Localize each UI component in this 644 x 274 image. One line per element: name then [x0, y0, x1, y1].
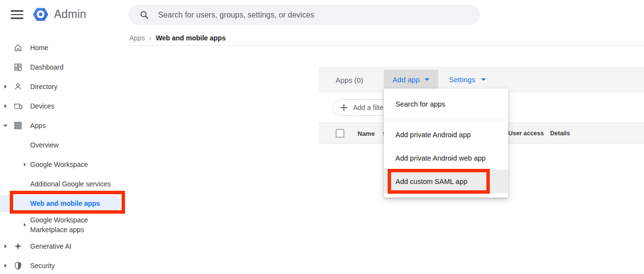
menu-item-add-custom-saml-app[interactable]: Add custom SAML app	[384, 170, 508, 193]
expand-caret-icon[interactable]	[4, 244, 7, 248]
admin-logo-icon	[32, 6, 49, 23]
sidebar-item-dashboard[interactable]: Dashboard	[0, 57, 125, 77]
search-icon	[139, 10, 149, 20]
add-app-dropdown-menu: Search for apps Add private Android app …	[384, 89, 508, 198]
sidebar-item-apps[interactable]: Apps	[0, 116, 125, 135]
sidebar-item-web-and-mobile-apps[interactable]: Web and mobile apps	[0, 194, 125, 213]
select-all-checkbox[interactable]	[336, 129, 344, 138]
search-bar[interactable]	[128, 5, 480, 25]
menu-divider	[384, 120, 508, 120]
devices-icon	[13, 101, 23, 111]
admin-logo: Admin	[32, 6, 86, 23]
sidebar-navigation: Home Dashboard Directory	[0, 38, 125, 274]
expand-caret-icon[interactable]	[4, 104, 7, 108]
menu-item-search-for-apps[interactable]: Search for apps	[384, 89, 508, 120]
expand-caret-icon[interactable]	[4, 264, 7, 268]
add-app-button[interactable]: Add app	[384, 70, 438, 90]
collapse-caret-icon[interactable]	[3, 125, 7, 127]
menu-item-add-private-android-web-app[interactable]: Add private Android web app	[384, 146, 508, 170]
sidebar-item-additional-google-services[interactable]: Additional Google services	[0, 174, 125, 194]
sparkle-icon	[13, 241, 23, 251]
apps-grid-icon	[13, 121, 23, 130]
column-header-details: Details	[550, 130, 570, 137]
sidebar-item-devices[interactable]: Devices	[0, 96, 125, 116]
dashboard-icon	[13, 62, 23, 72]
column-header-name[interactable]: Name	[358, 129, 375, 137]
sidebar-item-security[interactable]: Security	[0, 256, 125, 274]
breadcrumb: Apps › Web and mobile apps	[129, 34, 226, 42]
expand-caret-icon[interactable]	[24, 223, 26, 227]
breadcrumb-separator: ›	[149, 35, 151, 42]
sidebar-item-home[interactable]: Home	[0, 38, 125, 57]
menu-item-add-private-android-app[interactable]: Add private Android app	[384, 123, 508, 146]
product-name: Admin	[54, 8, 86, 21]
search-input[interactable]	[158, 11, 450, 19]
sidebar-item-google-workspace-marketplace-apps[interactable]: Google Workspace Marketplace apps	[0, 213, 125, 237]
sidebar-item-generative-ai[interactable]: Generative AI	[0, 237, 125, 256]
hamburger-menu-icon[interactable]	[11, 10, 23, 19]
person-icon	[13, 82, 23, 91]
sidebar-item-directory[interactable]: Directory	[0, 77, 125, 96]
expand-caret-icon[interactable]	[24, 163, 26, 166]
sidebar-item-google-workspace[interactable]: Google Workspace	[0, 155, 125, 174]
dropdown-caret-icon	[481, 78, 486, 81]
breadcrumb-apps-link[interactable]: Apps	[129, 34, 145, 42]
plus-icon	[340, 104, 347, 111]
sidebar-item-overview[interactable]: Overview	[0, 135, 125, 155]
apps-count-title: Apps (0)	[336, 75, 363, 84]
expand-caret-icon[interactable]	[4, 85, 7, 89]
column-header-user-access[interactable]: User access	[508, 130, 544, 137]
google-admin-console: Admin Apps › Web and mobile apps Home	[0, 0, 644, 274]
breadcrumb-current-page: Web and mobile apps	[156, 34, 226, 42]
breadcrumb-divider	[128, 45, 644, 46]
home-icon	[13, 43, 23, 53]
shield-icon	[13, 261, 23, 271]
dropdown-caret-icon	[425, 78, 429, 81]
